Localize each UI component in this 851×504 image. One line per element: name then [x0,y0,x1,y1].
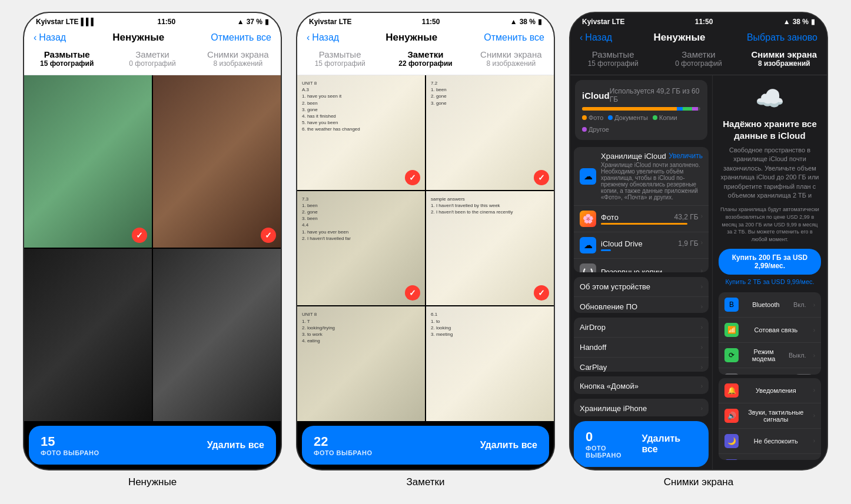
phone3-wrapper: Kyivstar LTE 11:50 ▲ 38 % ▮ ‹ Назад Нену… [569,12,828,488]
phone2-photo-5[interactable]: UNIT 81. T2. looking/trying3. to work4. … [297,306,425,421]
phone1-tab-screenshots[interactable]: Снимки экрана 8 изображений [195,47,281,70]
storage-bar [582,107,700,111]
screen-time-icon: ⏱ [724,459,739,460]
dnd-row[interactable]: 🌙 Не беспокоить › [719,429,821,454]
phone3-action-button[interactable]: Выбрать заново [747,32,817,43]
phone1-battery: 37 % [247,18,262,26]
phone3-tab-blurry[interactable]: Размытые 15 фотографий [570,47,656,70]
phone2-time: 11:50 [422,18,440,26]
phone1-status-bar: Kyivstar LTE ▌▌▌ 11:50 ▲ 37 % ▮ [24,13,281,28]
phone2-check-1: ✓ [405,170,420,185]
phone1-screen: Kyivstar LTE ▌▌▌ 11:50 ▲ 37 % ▮ ‹ Назад … [24,13,281,469]
icloud-warning-text: Хранилище iCloud почти заполнено. Необхо… [601,162,703,201]
vpn-row[interactable]: V VPN [719,368,821,374]
phone2-carrier: Kyivstar LTE [309,18,351,26]
phone2-photo-6[interactable]: 6.11. to2. looking3. meeting [426,306,554,421]
handoff-row[interactable]: Handoff › [574,338,709,358]
phone1-carrier: Kyivstar LTE [36,18,78,26]
phone2-nav-bar: ‹ Назад Ненужные Отменить все [297,28,554,47]
home-button-row[interactable]: Кнопка «Домой» › [574,376,709,394]
phone2-battery-icon: ▮ [538,18,542,26]
phone3-tab-notes[interactable]: Заметки 0 фотографий [656,47,741,70]
icloud-title: iCloud [582,91,610,101]
phone1-photo-grid: ✓ ✓ [24,75,281,421]
phone2-location-icon: ▲ [510,18,517,26]
icloud-buy-2tb-link[interactable]: Купить 2 ТБ за USD 9,99/мес. [725,278,814,285]
legend-other: Другое [582,126,609,133]
phone2-tab-blurry[interactable]: Размытые 15 фотографий [297,47,383,70]
storage-docs-segment [677,107,683,111]
phone1-photo-4[interactable] [153,249,281,421]
cellular-icon: 📶 [724,323,739,337]
phone3-body: iCloud Используется 49,2 ГБ из 60 ГБ [570,75,827,469]
phone2-segment-tabs: Размытые 15 фотографий Заметки 22 фотогр… [297,47,554,75]
icloud-buy-200gb-button[interactable]: Купить 200 ГБ за USD 2,99/мес. [719,249,821,275]
phone3-delete-button[interactable]: Удалить все [642,433,697,455]
phone2-nav-title: Ненужные [385,32,437,44]
screen-time-row[interactable]: ⏱ Экранное время › [719,454,821,460]
notifications-row[interactable]: 🔔 Уведомления › [719,378,821,403]
bluetooth-row[interactable]: B Bluetooth Вкл. › [719,292,821,318]
phone1-back-button[interactable]: ‹ Назад [34,32,66,43]
phone2-delete-button[interactable]: Удалить все [480,440,537,450]
icloud-drive-row[interactable]: ☁ iCloud Drive 1,9 ГБ › [574,232,709,259]
phone2-photo-4[interactable]: sample answers1. I haven't travelled by … [426,191,554,306]
phone1-count: 15 ФОТО ВЫБРАНО [41,434,99,456]
phone2-back-button[interactable]: ‹ Назад [307,32,339,43]
phone3-back-button[interactable]: ‹ Назад [580,32,612,43]
phone2-photo-3[interactable]: 7.31. been2. gone3. been4.41. have you e… [297,191,425,306]
phone2-battery: 38 % [520,18,536,26]
phone1-photo-1[interactable]: ✓ [24,75,152,248]
phone2: Kyivstar LTE 11:50 ▲ 38 % ▮ ‹ Назад Нену… [296,12,555,470]
phone1-location-icon: ▲ [237,18,244,26]
sounds-row[interactable]: 🔊 Звуки, тактильные сигналы › [719,403,821,429]
phone1-photo-3[interactable] [24,249,152,421]
phone3-location-icon: ▲ [783,18,790,26]
phone3: Kyivstar LTE 11:50 ▲ 38 % ▮ ‹ Назад Нену… [569,12,828,470]
legend-backup: Копии [653,114,677,121]
phone3-nav-title: Ненужные [654,32,706,44]
notifications-icon: 🔔 [724,383,739,398]
phone1-tab-notes[interactable]: Заметки 0 фотографий [109,47,195,70]
phone1-tab-blurry[interactable]: Размытые 15 фотографий [24,47,109,70]
phone3-count: 0 ФОТО ВЫБРАНО [586,429,642,459]
photos-bar [601,223,687,225]
phone2-tab-screenshots[interactable]: Снимки экрана 8 изображений [468,47,554,70]
phone1-bottom-bar: 15 ФОТО ВЫБРАНО Удалить все [29,426,276,465]
phone2-photo-1[interactable]: UNIT 8A.31. have you seen it2. been3. go… [297,75,425,190]
phone1-wrapper: Kyivstar LTE ▌▌▌ 11:50 ▲ 37 % ▮ ‹ Назад … [23,12,282,488]
phone1-action-button[interactable]: Отменить все [211,32,271,43]
phone1-nav-bar: ‹ Назад Ненужные Отменить все [24,28,281,47]
icloud-promo-title: Надёжно храните все данные в iCloud [719,118,821,141]
phone3-tab-screenshots[interactable]: Снимки экрана 8 изображений [742,47,827,70]
about-row[interactable]: Об этом устройстве › [574,277,709,297]
storage-legend: Фото Документы Копии [582,114,700,133]
photos-storage-row[interactable]: 🌸 Фото 43,2 ГБ › [574,206,709,232]
hotspot-row[interactable]: ⟳ Режим модема Выкл. › [719,343,821,368]
software-update-row[interactable]: Обновление ПО › [574,297,709,313]
carplay-row[interactable]: CarPlay › [574,358,709,372]
phone1-signal-icon: ▌▌▌ [81,18,96,26]
phone2-action-button[interactable]: Отменить все [484,32,544,43]
icloud-increase-link[interactable]: Увеличить [669,152,703,161]
cellular-row[interactable]: 📶 Сотовая связь › [719,318,821,343]
icloud-promo-text: Свободное пространство в хранилище iClou… [719,146,821,200]
phone1-delete-button[interactable]: Удалить все [207,440,264,450]
icloud-drive-icon: ☁ [580,237,596,253]
legend-docs-dot [608,115,613,120]
dnd-icon: 🌙 [724,434,739,448]
phone2-tab-notes[interactable]: Заметки 22 фотографии [383,47,468,70]
storage-group: Хранилище iPhone › [574,399,709,416]
iphone-storage-row[interactable]: Хранилище iPhone › [574,399,709,416]
phone1-photo-2[interactable]: ✓ [153,75,281,248]
phone2-count: 22 ФОТО ВЫБРАНО [314,434,372,456]
airdrop-label: AirDrop [580,323,696,332]
phone2-label: Заметки [406,476,444,488]
phone3-label: Снимки экрана [664,476,733,488]
phone1-nav-title: Ненужные [112,32,164,44]
vpn-icon: V [724,373,739,374]
phone2-photo-2[interactable]: 7.21. been2. gone3. gone ✓ [426,75,554,190]
icloud-drive-bar [601,249,611,251]
airdrop-row[interactable]: AirDrop › [574,318,709,338]
backup-row[interactable]: Резервные копии › [574,259,709,272]
